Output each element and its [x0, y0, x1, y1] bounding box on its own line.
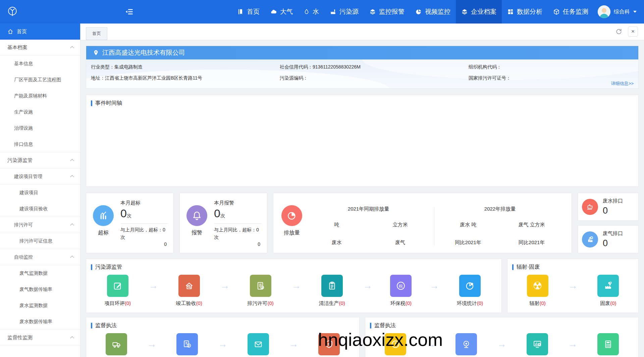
header-bar — [512, 264, 514, 270]
sidebar-section-supervisory-monitoring[interactable]: 监督性监测 — [0, 330, 80, 346]
sidebar-item-capacity-materials[interactable]: 产能及原辅材料 — [0, 88, 80, 104]
flow-item-completion-acceptance[interactable]: 竣工验收(0) — [176, 275, 202, 307]
sidebar-item-basic-info[interactable]: 基本信息 — [0, 56, 80, 72]
flow-item-onsite-video[interactable] — [455, 333, 477, 355]
arrow-right-icon: → — [218, 333, 227, 355]
flow-item-solid-waste[interactable]: 固废(0) — [597, 275, 619, 307]
nav-item-task-monitor[interactable]: 任务监测 — [548, 0, 594, 24]
flow-item-clean-production[interactable]: 清洁生产(0) — [319, 275, 345, 307]
sidebar: 首页 基本档案 基本信息 厂区平面及工艺流程图 产能及原辅材料 生产设施 治理设… — [0, 24, 80, 357]
factory-icon — [330, 8, 336, 15]
nav-item-air[interactable]: 大气 — [265, 0, 298, 24]
exceed-value: 0次 — [120, 207, 168, 220]
arrow-right-icon: → — [568, 275, 578, 297]
flow-item-radiation[interactable]: ☢ 辐射(0) — [527, 275, 548, 307]
arrow-right-icon: → — [291, 275, 301, 297]
sidebar-item-plant-layout[interactable]: 厂区平面及工艺流程图 — [0, 72, 80, 88]
pie-circle-icon — [281, 205, 302, 226]
envelope-icon — [248, 333, 269, 355]
flow-item-mail-notice[interactable] — [248, 333, 269, 355]
chevron-down-icon — [633, 11, 637, 13]
field-org-code: 组织机构代码： — [469, 64, 638, 70]
sidebar-item-outlet-info[interactable]: 排口信息 — [0, 136, 80, 152]
nav-item-water[interactable]: 水 — [298, 0, 324, 24]
label-wastegas: 废气 — [369, 239, 432, 246]
cube-icon — [553, 8, 560, 15]
sidebar-item-permit-cert-info[interactable]: 排污许可证信息 — [0, 233, 80, 249]
exceed-title: 本月超标 — [120, 200, 168, 206]
close-tab-button[interactable]: × — [628, 27, 638, 37]
detail-info-link[interactable]: 详细信息>> — [611, 81, 634, 87]
sidebar-item-home[interactable]: 首页 — [0, 24, 80, 40]
layers-icon — [369, 8, 376, 15]
company-name: 江西高盛达光电技术有限公司 — [102, 48, 185, 57]
nav-item-monitor-alarm[interactable]: 监控报警 — [364, 0, 410, 24]
alarm-stat-card: 报警 本月报警 0次 与上月同比，超标：0次 0 — [179, 193, 267, 253]
wastewater-outlet-card: 废水排口 0 — [578, 193, 639, 221]
unit-wastewater-ton: 废水 吨 — [436, 222, 500, 228]
radiation-panel-title: 辐射·固废 — [517, 264, 540, 271]
sidebar-item-gas-transfer-rate[interactable]: 废气数据传输率 — [0, 281, 80, 298]
sidebar-section-auto-monitoring[interactable]: 自动监控 — [0, 249, 80, 265]
sidebar-item-construction-project[interactable]: 建设项目 — [0, 185, 80, 201]
emission-2022-group: 2022年排放量 废水 吨 同比2021年 废气 立方米 同比2021年 — [436, 198, 564, 253]
top-navbar: 首页 大气 水 污染源 监控报警 — [0, 0, 644, 24]
vertical-divider — [434, 207, 434, 246]
alarm-title: 本月报警 — [214, 200, 262, 206]
timeline-title: 事件时间轴 — [95, 100, 122, 107]
refresh-button[interactable] — [614, 27, 624, 37]
company-card: 江西高盛达光电技术有限公司 行业类型：集成电路制造 社会信用代码：9136112… — [86, 46, 639, 89]
nav-item-data-analysis[interactable]: 数据分析 — [502, 0, 548, 24]
chevron-up-icon — [70, 175, 74, 179]
sidebar-collapse-icon[interactable] — [125, 7, 133, 16]
emission-2021-group: 2021年同期排放量 吨 废水 立方米 废气 — [305, 198, 432, 253]
law-right-title: 监督执法 — [374, 322, 396, 329]
chevron-up-icon — [70, 256, 74, 259]
header-bar — [91, 100, 92, 106]
sidebar-section-construction-project-mgmt[interactable]: 建设项目管理 — [0, 169, 80, 185]
bell-circle-icon — [186, 205, 207, 226]
water-outlet-icon — [582, 199, 598, 215]
field-pollution-code: 污染源编码： — [280, 75, 469, 81]
pie-chart-icon — [415, 8, 422, 15]
sidebar-item-construction-acceptance[interactable]: 建设项目验收 — [0, 201, 80, 217]
nav-item-home[interactable]: 首页 — [232, 0, 265, 24]
flow-item-monitor-report[interactable] — [527, 333, 548, 355]
company-info: 行业类型：集成电路制造 社会信用代码：91361122058830226M 组织… — [86, 59, 638, 88]
chevron-up-icon — [70, 223, 74, 227]
user-menu[interactable]: 综合科 — [594, 0, 644, 24]
label-yoy-2021: 同比2021年 — [436, 239, 500, 246]
nav-item-enterprise-archive[interactable]: 企业档案 — [456, 0, 502, 24]
event-timeline-panel: 事件时间轴 — [86, 95, 639, 187]
flow-item-project-eia[interactable]: 项目环评(0) — [105, 275, 131, 307]
flow-item-calculation[interactable] — [597, 333, 619, 355]
flow-item-mobile-enforcement[interactable] — [106, 333, 127, 355]
unit-wastegas-cubic: 废气 立方米 — [500, 222, 564, 228]
tab-home[interactable]: 首页 — [86, 27, 107, 40]
house-search-icon — [178, 275, 200, 297]
header-bar — [91, 264, 92, 270]
tab-bar: 首页 × — [80, 24, 644, 40]
arrow-right-icon: → — [147, 333, 157, 355]
water-drop-icon — [304, 8, 310, 15]
flow-item-penalty-document[interactable]: ¥ — [176, 333, 198, 355]
flow-item-environmental-statistics[interactable]: 环境统计(0) — [457, 275, 483, 307]
sidebar-item-water-transfer-rate[interactable]: 废水数据传输率 — [0, 314, 80, 330]
sidebar-item-production-facility[interactable]: 生产设施 — [0, 104, 80, 120]
header-bar — [91, 323, 92, 328]
sidebar-section-basic-archive[interactable]: 基本档案 — [0, 40, 80, 56]
emission-stat-card: 排放量 2021年同期排放量 吨 废水 立方米 废气 — [273, 193, 572, 253]
sidebar-section-discharge-permit[interactable]: 排污许可 — [0, 217, 80, 233]
sidebar-item-gas-monitor-data[interactable]: 废气监测数据 — [0, 265, 80, 281]
sidebar-section-pollution-supervision[interactable]: 污染源监管 — [0, 152, 80, 169]
app-logo — [0, 6, 80, 17]
sidebar-item-treatment-facility[interactable]: 治理设施 — [0, 120, 80, 136]
flow-item-discharge-permit[interactable]: 排污许可(0) — [248, 275, 274, 307]
nav-item-video-monitor[interactable]: 视频监控 — [410, 0, 456, 24]
flow-item-environmental-tax[interactable]: 税 环保税(0) — [390, 275, 412, 307]
sidebar-item-water-monitor-data[interactable]: 废水监测数据 — [0, 298, 80, 314]
pollution-supervision-panel: 污染源监管 项目环评(0) → — [86, 259, 502, 313]
alarm-note: 与上月同比，超标：0次 — [214, 226, 262, 241]
pie-chart-icon — [459, 275, 481, 297]
nav-item-pollution-source[interactable]: 污染源 — [324, 0, 364, 24]
